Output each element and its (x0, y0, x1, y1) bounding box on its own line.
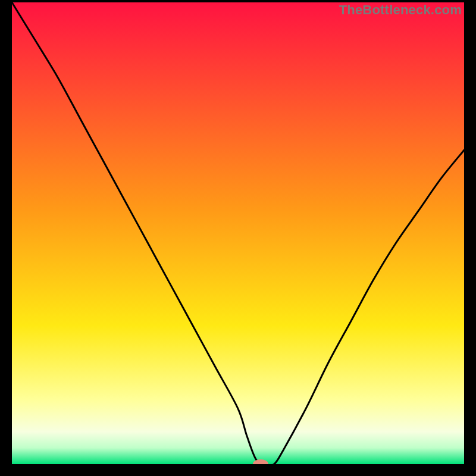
plot-svg (12, 2, 464, 464)
chart-container: TheBottleneck.com (0, 0, 476, 476)
watermark-text: TheBottleneck.com (339, 2, 462, 18)
gradient-background (12, 2, 464, 464)
plot-area (12, 2, 464, 464)
